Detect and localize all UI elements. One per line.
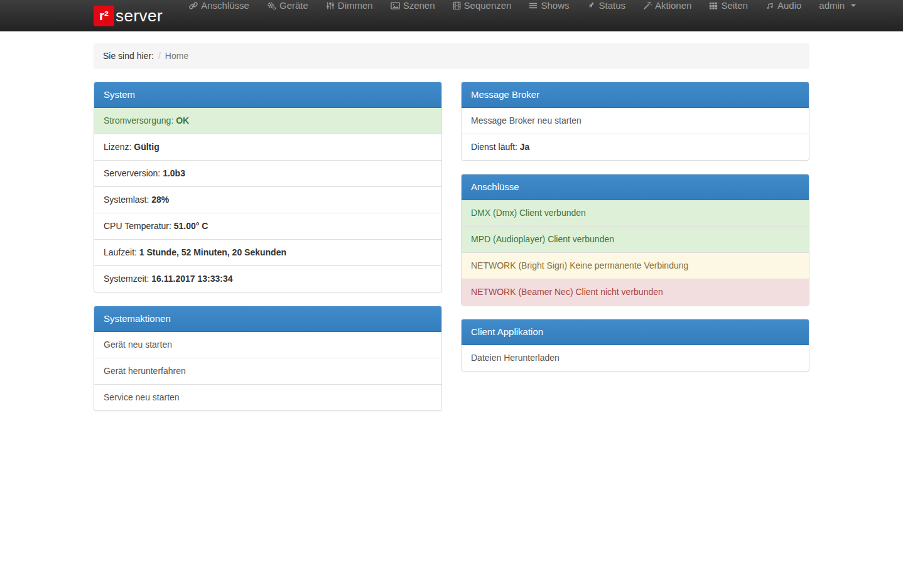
nav-label: Dimmen xyxy=(338,0,373,11)
brand-logo-text: server xyxy=(116,8,163,24)
nav-label: Status xyxy=(598,0,625,11)
system-row-serverversion: Serverversion: 1.0b3 xyxy=(94,160,441,186)
left-column: System Stromversorgung: OK Lizenz: Gülti… xyxy=(94,82,442,424)
picture-icon xyxy=(391,1,400,10)
status-row-network-beamer-nec: NETWORK (Beamer Nec) Client nicht verbun… xyxy=(462,279,809,305)
status-row-dmx: DMX (Dmx) Client verbunden xyxy=(462,200,809,226)
brand-logo-square: r² xyxy=(94,6,114,26)
page: r² server Anschlüsse Geräte Dimmen xyxy=(0,0,903,588)
system-row-systemlast: Systemlast: 28% xyxy=(94,186,441,213)
pushpin-icon xyxy=(587,1,595,10)
action-geraet-herunterfahren[interactable]: Gerät herunterfahren xyxy=(94,358,441,384)
nav-label: Audio xyxy=(777,0,801,11)
system-row-systemzeit: Systemzeit: 16.11.2017 13:33:34 xyxy=(94,265,441,292)
nav-item-status[interactable]: Status xyxy=(578,0,634,11)
system-row-stromversorgung: Stromversorgung: OK xyxy=(94,108,441,134)
navbar: r² server Anschlüsse Geräte Dimmen xyxy=(0,0,903,31)
nav-label: Szenen xyxy=(403,0,435,11)
status-value: 51.00° C xyxy=(174,221,208,231)
status-value: OK xyxy=(176,115,189,126)
panel-client-applikation: Client Applikation Dateien Herunterladen xyxy=(461,319,809,372)
nav-label: Aktionen xyxy=(655,0,691,11)
nav-label: Sequenzen xyxy=(464,0,512,11)
system-row-laufzeit: Laufzeit: 1 Stunde, 52 Minuten, 20 Sekun… xyxy=(94,239,441,265)
main-nav: Anschlüsse Geräte Dimmen Szenen Sequenze… xyxy=(180,0,865,31)
cogs-icon xyxy=(267,1,276,10)
brand-logo[interactable]: r² server xyxy=(94,6,163,26)
action-message-broker-neu-starten[interactable]: Message Broker neu starten xyxy=(462,108,809,134)
status-value: 16.11.2017 13:33:34 xyxy=(151,274,232,284)
user-menu-admin[interactable]: admin xyxy=(810,0,865,11)
panel-client-applikation-header: Client Applikation xyxy=(462,319,809,345)
nav-item-sequenzen[interactable]: Sequenzen xyxy=(444,0,521,11)
breadcrumb-separator: / xyxy=(154,51,165,61)
nav-item-dimmen[interactable]: Dimmen xyxy=(317,0,382,11)
panel-message-broker-header: Message Broker xyxy=(462,82,809,108)
status-value: Gültig xyxy=(134,142,159,152)
nav-label: Anschlüsse xyxy=(201,0,249,11)
film-icon xyxy=(453,1,461,10)
breadcrumb: Sie sind hier:/Home xyxy=(94,43,809,69)
breadcrumb-prefix: Sie sind hier: xyxy=(103,51,154,61)
right-column: Message Broker Message Broker neu starte… xyxy=(461,82,809,385)
panel-system: System Stromversorgung: OK Lizenz: Gülti… xyxy=(94,82,442,292)
panel-systemaktionen: Systemaktionen Gerät neu starten Gerät h… xyxy=(94,306,442,411)
status-value: 1 Stunde, 52 Minuten, 20 Sekunden xyxy=(139,247,286,257)
system-row-cpu-temperatur: CPU Temperatur: 51.00° C xyxy=(94,213,441,239)
grid-icon xyxy=(709,1,718,10)
caret-down-icon xyxy=(851,4,856,7)
music-icon xyxy=(765,1,774,10)
system-row-lizenz: Lizenz: Gültig xyxy=(94,134,441,160)
status-row-mpd: MPD (Audioplayer) Client verbunden xyxy=(462,226,809,252)
status-value: Ja xyxy=(520,142,530,152)
magic-wand-icon xyxy=(643,1,652,10)
nav-label: Geräte xyxy=(279,0,308,11)
sliders-icon xyxy=(326,1,335,10)
nav-item-szenen[interactable]: Szenen xyxy=(382,0,444,11)
action-dateien-herunterladen[interactable]: Dateien Herunterladen xyxy=(462,345,809,371)
list-icon xyxy=(529,1,538,10)
nav-item-geraete[interactable]: Geräte xyxy=(258,0,317,11)
status-value: 28% xyxy=(151,195,169,205)
panel-message-broker: Message Broker Message Broker neu starte… xyxy=(461,82,809,161)
panel-system-header: System xyxy=(94,82,441,108)
nav-item-audio[interactable]: Audio xyxy=(757,0,810,11)
action-geraet-neu-starten[interactable]: Gerät neu starten xyxy=(94,332,441,358)
panel-anschluesse: Anschlüsse DMX (Dmx) Client verbunden MP… xyxy=(461,174,809,306)
nav-label: Shows xyxy=(541,0,569,11)
nav-item-anschluesse[interactable]: Anschlüsse xyxy=(180,0,258,11)
user-menu-label: admin xyxy=(819,0,845,11)
breadcrumb-home-link[interactable]: Home xyxy=(165,51,188,61)
nav-label: Seiten xyxy=(721,0,748,11)
nav-item-aktionen[interactable]: Aktionen xyxy=(634,0,700,11)
panel-anschluesse-header: Anschlüsse xyxy=(462,174,809,200)
status-value: 1.0b3 xyxy=(163,168,185,178)
row-dienst-laeuft: Dienst läuft: Ja xyxy=(462,134,809,160)
link-icon xyxy=(189,1,198,10)
action-service-neu-starten[interactable]: Service neu starten xyxy=(94,384,441,410)
status-row-network-brightsign: NETWORK (Bright Sign) Keine permanente V… xyxy=(462,252,809,279)
nav-item-shows[interactable]: Shows xyxy=(520,0,578,11)
panel-systemaktionen-header: Systemaktionen xyxy=(94,306,441,332)
nav-item-seiten[interactable]: Seiten xyxy=(700,0,757,11)
main-content: Sie sind hier:/Home System Stromversorgu… xyxy=(84,31,819,424)
